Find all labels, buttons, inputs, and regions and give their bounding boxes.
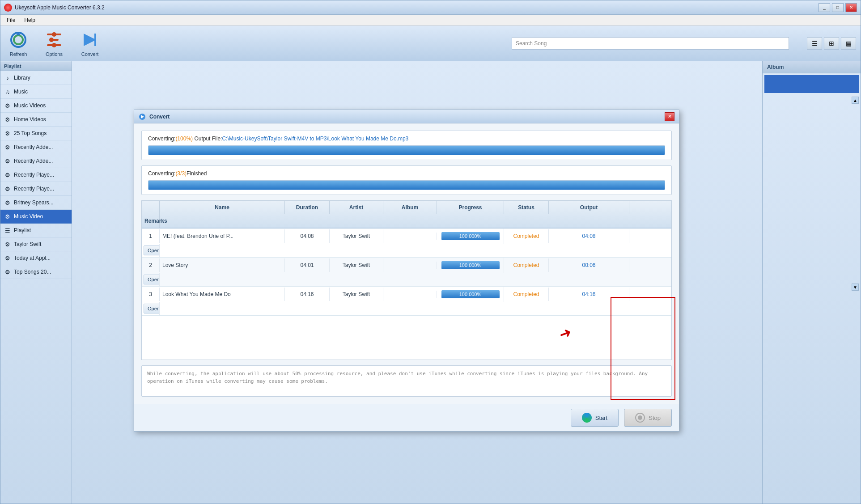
td-row3-remarks: Open Output File <box>142 302 160 315</box>
svg-point-4 <box>52 43 56 47</box>
menu-help[interactable]: Help <box>20 16 40 24</box>
window-close-button[interactable]: ✕ <box>845 3 857 12</box>
sidebar-item-recently-played1[interactable]: ⚙ Recently Playe... <box>0 168 72 182</box>
progress-label-2-suffix: Finished <box>187 170 207 177</box>
sidebar-item-25-top-songs[interactable]: ⚙ 25 Top Songs <box>0 127 72 140</box>
td-row1-name: ME! (feat. Brendon Urie of P... <box>160 229 285 243</box>
view-toggle-area: ☰ ⊞ ▤ <box>807 37 856 50</box>
notice-text: While converting, the application will u… <box>147 371 648 384</box>
sidebar-item-britney-spears-label: Britney Spears... <box>14 199 54 206</box>
recently-added1-icon: ⚙ <box>4 144 11 151</box>
25-top-songs-icon: ⚙ <box>4 130 11 137</box>
start-button[interactable]: Start <box>571 409 619 427</box>
sidebar-section-playlist: Playlist <box>0 61 72 71</box>
td-row2-duration: 04:01 <box>285 258 330 272</box>
view-detail-button[interactable]: ▤ <box>841 37 856 50</box>
sidebar-item-music-video[interactable]: ⚙ Music Video <box>0 210 72 224</box>
dialog-title-bar: Convert ✕ <box>134 110 679 123</box>
sidebar-item-music-videos[interactable]: ⚙ Music Videos <box>0 99 72 113</box>
convert-button[interactable]: Convert <box>76 28 103 59</box>
sidebar-item-britney-spears[interactable]: ⚙ Britney Spears... <box>0 196 72 210</box>
th-artist: Artist <box>330 201 383 214</box>
sidebar-item-taylor-swift-label: Taylor Swift <box>14 241 41 247</box>
view-list-button[interactable]: ☰ <box>807 37 822 50</box>
progress-bar-cell-2: 100.000% <box>441 261 500 269</box>
refresh-label: Refresh <box>10 51 27 57</box>
dialog-close-button[interactable]: ✕ <box>665 112 674 121</box>
sidebar-item-music[interactable]: ♫ Music <box>0 85 72 99</box>
svg-point-3 <box>49 38 54 42</box>
search-select[interactable]: Search Song <box>512 37 789 50</box>
sidebar-item-music-video-label: Music Video <box>14 213 43 220</box>
convert-dialog: Convert ✕ Converting:(100%) Output File:… <box>134 110 679 432</box>
right-panel-scroll-down[interactable]: ▼ <box>852 284 859 291</box>
td-row1-progress: 100.000% <box>437 229 504 244</box>
td-row2-status: Completed <box>504 258 549 272</box>
sidebar-item-today-at-apple-label: Today at Appl... <box>14 255 51 261</box>
open-output-file-btn-1[interactable]: Open Output File <box>144 246 160 255</box>
td-row1-status: Completed <box>504 229 549 243</box>
progress-bar-2 <box>148 180 665 190</box>
sidebar-item-library[interactable]: ♪ Library <box>0 71 72 85</box>
td-row3-num: 3 <box>142 288 160 301</box>
right-panel-scroll-up[interactable]: ▲ <box>852 97 859 104</box>
sidebar-item-library-label: Library <box>14 75 30 81</box>
td-row3-output: 04:16 <box>549 288 629 301</box>
progress-label-1-prefix: Converting: <box>148 136 175 142</box>
progress-bar-fill-2 <box>148 181 665 190</box>
sidebar-item-home-videos[interactable]: ⚙ Home Videos <box>0 113 72 127</box>
th-duration: Duration <box>285 201 330 214</box>
table-header: Name Duration Artist Album Progress Stat… <box>142 201 671 229</box>
content-wrapper: Convert ✕ Converting:(100%) Output File:… <box>72 61 762 504</box>
app-icon <box>4 4 12 12</box>
sidebar-item-top-songs-20[interactable]: ⚙ Top Songs 20... <box>0 265 72 279</box>
svg-point-2 <box>52 32 56 37</box>
stop-button[interactable]: Stop <box>624 409 672 427</box>
options-label: Options <box>46 51 63 57</box>
today-at-apple-icon: ⚙ <box>4 254 11 262</box>
music-icon: ♫ <box>4 88 11 95</box>
recently-added2-icon: ⚙ <box>4 157 11 165</box>
dialog-title: Convert <box>139 113 170 120</box>
table-row: 1 ME! (feat. Brendon Urie of P... 04:08 … <box>142 229 671 258</box>
sidebar-item-recently-added2[interactable]: ⚙ Recently Adde... <box>0 154 72 168</box>
view-grid-button[interactable]: ⊞ <box>824 37 839 50</box>
sidebar-item-recently-played2[interactable]: ⚙ Recently Playe... <box>0 182 72 196</box>
sidebar-item-taylor-swift[interactable]: ⚙ Taylor Swift <box>0 237 72 251</box>
recently-played1-icon: ⚙ <box>4 171 11 178</box>
sidebar-item-recently-played1-label: Recently Playe... <box>14 172 54 178</box>
minimize-button[interactable]: _ <box>819 3 830 12</box>
conversion-table: Name Duration Artist Album Progress Stat… <box>141 200 672 360</box>
sidebar-item-25-top-songs-label: 25 Top Songs <box>14 130 47 136</box>
dialog-footer: Start Stop <box>134 404 679 431</box>
maximize-button[interactable]: □ <box>832 3 844 12</box>
dialog-body: Converting:(100%) Output File:C:\Music-U… <box>134 123 679 404</box>
td-row2-output: 00:06 <box>549 258 629 272</box>
progress-label-1-path: C:\Music-UkeySoft\Taylor Swift-M4V to MP… <box>222 136 408 142</box>
progress-bar-cell-3: 100.000% <box>441 290 500 298</box>
start-label: Start <box>595 415 607 421</box>
menu-file[interactable]: File <box>2 16 20 24</box>
td-row1-artist: Taylor Swift <box>330 229 383 243</box>
progress-bar-cell-1: 100.000% <box>441 232 500 240</box>
th-album: Album <box>383 201 437 214</box>
refresh-button[interactable]: Refresh <box>5 28 32 59</box>
progress-label-1: Converting:(100%) Output File:C:\Music-U… <box>148 136 665 142</box>
refresh-icon <box>8 30 28 50</box>
britney-spears-icon: ⚙ <box>4 199 11 206</box>
convert-icon <box>80 30 100 50</box>
open-output-file-btn-3[interactable]: Open Output File <box>144 304 160 313</box>
sidebar-item-recently-added1-label: Recently Adde... <box>14 144 53 150</box>
sidebar-item-playlist[interactable]: ☰ Playlist <box>0 224 72 237</box>
main-area: Playlist ♪ Library ♫ Music ⚙ Music Video… <box>0 61 861 504</box>
options-button[interactable]: Options <box>41 28 68 59</box>
library-icon: ♪ <box>4 74 11 81</box>
sidebar-item-home-videos-label: Home Videos <box>14 116 46 123</box>
table-row: 3 Look What You Made Me Do 04:16 Taylor … <box>142 287 671 316</box>
sidebar-item-recently-added1[interactable]: ⚙ Recently Adde... <box>0 140 72 154</box>
sidebar-item-today-at-apple[interactable]: ⚙ Today at Appl... <box>0 251 72 265</box>
td-row2-progress: 100.000% <box>437 258 504 273</box>
sidebar: Playlist ♪ Library ♫ Music ⚙ Music Video… <box>0 61 72 504</box>
open-output-file-btn-2[interactable]: Open Output File <box>144 275 160 284</box>
search-area: Search Song <box>512 37 789 50</box>
